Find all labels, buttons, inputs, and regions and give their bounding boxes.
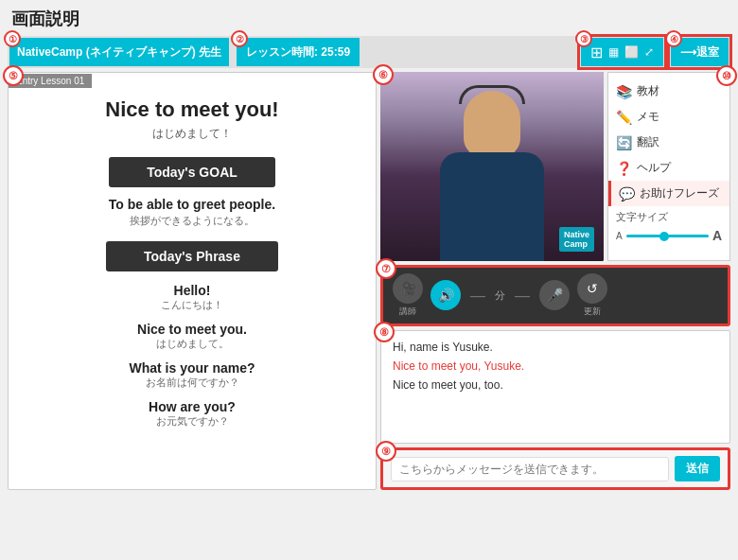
translate-icon: 🔄 <box>616 135 631 150</box>
volume-button[interactable]: 🔊 <box>430 280 461 310</box>
video-person: NativeCamp <box>380 72 604 261</box>
input-bar: ⑨ 送信 <box>380 447 730 490</box>
sidebar-panel: ⑩ 📚 教材 ✏️ メモ 🔄 翻訳 ❓ ヘルプ <box>607 72 730 261</box>
expand-icon[interactable]: ⤢ <box>644 45 654 59</box>
right-panel: ⑥ NativeCamp ⑩ <box>380 72 730 490</box>
goal-sub: 挨拶ができるようになる。 <box>27 214 357 228</box>
badge-4: ④ <box>665 30 682 47</box>
content-area: ⑤ Entry Lesson 01 Nice to meet you! はじめま… <box>8 72 730 490</box>
chat-msg-2: Nice to meet you, Yusuke. <box>393 359 718 373</box>
textbook-icon: 📚 <box>616 84 631 99</box>
head <box>464 91 520 157</box>
badge-1: ① <box>4 30 21 47</box>
chat-area: ⑧ Hi, name is Yusuke. Nice to meet you, … <box>380 330 730 444</box>
ctrl-mic[interactable]: 🎤 <box>539 280 570 312</box>
badge-5: ⑤ <box>3 65 24 86</box>
grid-icon[interactable]: ⊞ <box>590 44 603 61</box>
font-slider-dot <box>659 232 669 241</box>
exit-button[interactable]: ④ ⟶ 退室 <box>671 38 729 66</box>
phrase-2-en: Nice to meet you. <box>27 322 357 337</box>
chat-msg-1: Hi, name is Yusuke. <box>393 341 718 354</box>
badge-7: ⑦ <box>376 258 396 279</box>
video-sidebar-row: ⑥ NativeCamp ⑩ <box>380 72 730 261</box>
sidebar-item-memo[interactable]: ✏️ メモ <box>608 104 729 130</box>
refresh-label: 更新 <box>584 306 601 318</box>
help-label: ヘルプ <box>637 160 671 176</box>
phrase-2-ja: はじめまして。 <box>27 337 357 351</box>
exit-icon: ⟶ <box>680 45 696 59</box>
badge-10: ⑩ <box>716 65 737 86</box>
timer-label: ② レッスン時間: 25:59 <box>237 38 360 66</box>
page-title: 画面説明 <box>0 0 738 36</box>
phrase-1: Hello! こんにちは！ <box>27 283 357 312</box>
font-size-label: 文字サイズ <box>608 206 729 228</box>
lesson-label-tag: Entry Lesson 01 <box>9 73 376 88</box>
font-slider[interactable] <box>626 235 709 237</box>
video-wrapper: ⑥ NativeCamp <box>380 72 604 261</box>
toolbar-icons[interactable]: ③ ⊞ ▦ ⬜ ⤢ <box>581 38 663 66</box>
font-large-label: A <box>712 228 722 243</box>
camera-button[interactable]: 🎥 <box>393 273 423 304</box>
badge-3: ③ <box>575 30 592 47</box>
controls-bar: ⑦ 🎥 講師 🔊 — 分 — 🎤 <box>380 265 730 326</box>
phrase-3-ja: お名前は何ですか？ <box>27 376 357 390</box>
camp-label[interactable]: ① NativeCamp (ネイティブキャンプ) 先生 <box>9 38 229 66</box>
video-area: NativeCamp <box>380 72 604 261</box>
phrase-4: How are you? お元気ですか？ <box>27 399 357 429</box>
left-panel: ⑤ Entry Lesson 01 Nice to meet you! はじめま… <box>8 72 377 490</box>
phrase-1-en: Hello! <box>27 283 357 298</box>
send-button[interactable]: 送信 <box>675 456 720 481</box>
badge-2: ② <box>231 30 248 47</box>
mic-button[interactable]: 🎤 <box>539 280 570 310</box>
help-icon: ❓ <box>616 161 631 176</box>
memo-icon: ✏️ <box>616 110 631 125</box>
ctrl-min: 分 <box>495 289 505 303</box>
separator-1: — <box>470 288 485 305</box>
sidebar-item-phrases[interactable]: 💬 お助けフレーズ <box>608 181 729 206</box>
ctrl-camera[interactable]: 🎥 講師 <box>393 273 423 318</box>
ctrl-refresh[interactable]: ↺ 更新 <box>577 273 607 318</box>
lesson-content: Nice to meet you! はじめまして！ Today's GOAL T… <box>9 88 376 447</box>
phrase-3-en: What is your name? <box>27 360 357 376</box>
chat-input[interactable] <box>391 457 669 481</box>
separator-2: — <box>515 288 530 305</box>
sidebar-item-translate[interactable]: 🔄 翻訳 <box>608 130 729 155</box>
main-container: ① NativeCamp (ネイティブキャンプ) 先生 ② レッスン時間: 25… <box>0 36 738 498</box>
phrases-label: お助けフレーズ <box>640 185 719 201</box>
memo-label: メモ <box>637 109 659 125</box>
sidebar-item-help[interactable]: ❓ ヘルプ <box>608 155 729 181</box>
minutes-label: 分 <box>495 289 505 303</box>
badge-8: ⑧ <box>374 322 395 342</box>
textbook-label: 教材 <box>637 83 659 99</box>
badge-6: ⑥ <box>373 64 394 85</box>
phrase-4-ja: お元気ですか？ <box>27 414 357 429</box>
layout-icon[interactable]: ▦ <box>608 45 619 59</box>
lesson-title: Nice to meet you! <box>27 97 357 122</box>
phrases-icon: 💬 <box>619 186 634 201</box>
chat-msg-3: Nice to meet you, too. <box>393 378 718 392</box>
translate-label: 翻訳 <box>637 134 659 150</box>
badge-9: ⑨ <box>376 441 396 462</box>
refresh-button[interactable]: ↺ <box>577 273 607 304</box>
phrase-button[interactable]: Today's Phrase <box>106 241 278 271</box>
sidebar-item-textbook[interactable]: 📚 教材 <box>608 79 729 104</box>
phrase-3: What is your name? お名前は何ですか？ <box>27 360 357 390</box>
logo: NativeCamp <box>559 227 594 252</box>
goal-button[interactable]: Today's GOAL <box>109 157 275 187</box>
screen-icon[interactable]: ⬜ <box>624 45 639 59</box>
goal-text: To be able to greet people. <box>27 197 357 212</box>
ctrl-volume[interactable]: 🔊 <box>430 280 461 312</box>
body <box>440 152 544 261</box>
phrase-2: Nice to meet you. はじめまして。 <box>27 322 357 351</box>
phrase-4-en: How are you? <box>27 399 357 414</box>
camera-label: 講師 <box>399 306 416 318</box>
font-small-label: A <box>616 231 623 241</box>
font-size-controls[interactable]: A A <box>608 228 729 247</box>
top-bar: ① NativeCamp (ネイティブキャンプ) 先生 ② レッスン時間: 25… <box>8 36 730 68</box>
lesson-subtitle: はじめまして！ <box>27 126 357 142</box>
phrase-1-ja: こんにちは！ <box>27 298 357 312</box>
